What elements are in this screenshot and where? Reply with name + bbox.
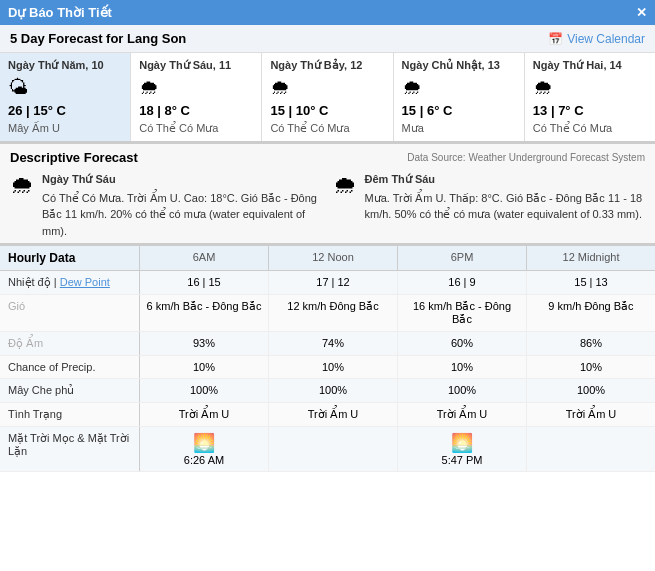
dew-point-link[interactable]: Dew Point — [60, 276, 110, 288]
day-icon: 🌧 — [139, 76, 253, 99]
sunrise-cell-1 — [269, 427, 398, 471]
day-header: Ngày Thứ Sáu, 11 — [139, 59, 253, 72]
night-weather-icon: 🌧 — [333, 171, 357, 199]
day-icon: 🌧 — [270, 76, 384, 99]
day-header: Ngày Thứ Năm, 10 — [8, 59, 122, 72]
day-icon: 🌧 — [533, 76, 647, 99]
hourly-cell-1-3: 9 km/h Đông Bắc — [527, 295, 655, 331]
forecast-header: 5 Day Forecast for Lang Son 📅 View Calen… — [0, 25, 655, 53]
hourly-cell-5-2: Trời Ẩm U — [398, 403, 527, 426]
forecast-title: 5 Day Forecast for Lang Son — [10, 31, 186, 46]
sunset-icon: 🌅 — [451, 432, 473, 454]
day-header: Ngày Thứ Bảy, 12 — [270, 59, 384, 72]
day-desc: Mưa — [402, 122, 516, 135]
hourly-cell-0-3: 15 | 13 — [527, 271, 655, 294]
day-icon: 🌧 — [402, 76, 516, 99]
forecast-day-0: Ngày Thứ Năm, 10 🌤 26 | 15° C Mây Ấm U — [0, 53, 131, 141]
forecast-day-2: Ngày Thứ Bảy, 12 🌧 15 | 10° C Có Thể Có … — [262, 53, 393, 141]
day-desc: Có Thể Có Mưa — [270, 122, 384, 135]
hourly-label: Mây Che phủ — [8, 384, 74, 396]
hourly-header-row: Hourly Data 6AM 12 Noon 6PM 12 Midnight — [0, 246, 655, 271]
close-button[interactable]: ✕ — [636, 5, 647, 20]
hourly-cell-0-0: 16 | 15 — [140, 271, 269, 294]
hourly-cell-4-2: 100% — [398, 379, 527, 402]
hourly-row-3: Chance of Precip.10%10%10%10% — [0, 356, 655, 379]
hourly-label: Nhiệt độ | — [8, 276, 60, 288]
hourly-label: Gió — [8, 300, 25, 312]
day-temp: 26 | 15° C — [8, 103, 122, 118]
hourly-row-1: Gió6 km/h Bắc - Đông Bắc12 km/h Đông Bắc… — [0, 295, 655, 332]
hourly-label: Độ Ẩm — [8, 337, 43, 349]
hourly-row-5: Tình TrạngTrời Ẩm UTrời Ẩm UTrời Ẩm UTrờ… — [0, 403, 655, 427]
sunrise-cell-0: 🌅6:26 AM — [140, 427, 269, 471]
day-panel-label: Ngày Thứ Sáu — [42, 171, 323, 188]
day-desc: Có Thể Có Mưa — [533, 122, 647, 135]
sunrise-cell-2: 🌅5:47 PM — [398, 427, 527, 471]
forecast-day-1: Ngày Thứ Sáu, 11 🌧 18 | 8° C Có Thể Có M… — [131, 53, 262, 141]
sunrise-time: 6:26 AM — [184, 454, 224, 466]
hourly-time-noon: 12 Noon — [269, 246, 398, 270]
hourly-cell-3-0: 10% — [140, 356, 269, 378]
day-desc: Có Thể Có Mưa — [139, 122, 253, 135]
hourly-label: Mặt Trời Mọc & Mặt Trời Lặn — [8, 432, 129, 457]
hourly-cell-1-2: 16 km/h Bắc - Đông Bắc — [398, 295, 527, 331]
night-panel-text: Mưa. Trời Ẩm U. Thấp: 8°C. Gió Bắc - Đôn… — [365, 190, 646, 223]
day-temp: 15 | 6° C — [402, 103, 516, 118]
descriptive-title: Descriptive Forecast — [10, 150, 138, 165]
hourly-header-label: Hourly Data — [0, 246, 140, 270]
day-panel: 🌧 Ngày Thứ Sáu Có Thể Có Mưa. Trời Ẩm U.… — [10, 171, 323, 239]
day-header: Ngày Thứ Hai, 14 — [533, 59, 647, 72]
hourly-cell-3-1: 10% — [269, 356, 398, 378]
forecast-day-4: Ngày Thứ Hai, 14 🌧 13 | 7° C Có Thể Có M… — [525, 53, 655, 141]
descriptive-section: Descriptive Forecast Data Source: Weathe… — [0, 142, 655, 244]
day-icon: 🌤 — [8, 76, 122, 99]
hourly-cell-2-1: 74% — [269, 332, 398, 355]
hourly-row-2: Độ Ẩm93%74%60%86% — [0, 332, 655, 356]
hourly-time-6am: 6AM — [140, 246, 269, 270]
hourly-cell-2-3: 86% — [527, 332, 655, 355]
desc-panels: 🌧 Ngày Thứ Sáu Có Thể Có Mưa. Trời Ẩm U.… — [10, 171, 645, 239]
hourly-cell-3-3: 10% — [527, 356, 655, 378]
hourly-label: Chance of Precip. — [8, 361, 95, 373]
day-desc: Mây Ấm U — [8, 122, 122, 135]
hourly-cell-1-0: 6 km/h Bắc - Đông Bắc — [140, 295, 269, 331]
hourly-cell-3-2: 10% — [398, 356, 527, 378]
hourly-cell-2-2: 60% — [398, 332, 527, 355]
night-panel: 🌧 Đêm Thứ Sáu Mưa. Trời Ẩm U. Thấp: 8°C.… — [333, 171, 646, 239]
sunset-time: 5:47 PM — [442, 454, 483, 466]
night-panel-label: Đêm Thứ Sáu — [365, 171, 646, 188]
hourly-row-0: Nhiệt độ | Dew Point16 | 1517 | 1216 | 9… — [0, 271, 655, 295]
view-calendar-button[interactable]: 📅 View Calendar — [548, 32, 645, 46]
forecast-days-container: Ngày Thứ Năm, 10 🌤 26 | 15° C Mây Ấm U N… — [0, 53, 655, 142]
hourly-cell-1-1: 12 km/h Đông Bắc — [269, 295, 398, 331]
hourly-section: Hourly Data 6AM 12 Noon 6PM 12 Midnight … — [0, 244, 655, 472]
hourly-time-midnight: 12 Midnight — [527, 246, 655, 270]
hourly-cell-4-0: 100% — [140, 379, 269, 402]
day-panel-text: Có Thể Có Mưa. Trời Ẩm U. Cao: 18°C. Gió… — [42, 190, 323, 240]
day-weather-icon: 🌧 — [10, 171, 34, 199]
hourly-row-4: Mây Che phủ100%100%100%100% — [0, 379, 655, 403]
day-temp: 18 | 8° C — [139, 103, 253, 118]
hourly-cell-0-1: 17 | 12 — [269, 271, 398, 294]
hourly-cell-2-0: 93% — [140, 332, 269, 355]
sunrise-cell-3 — [527, 427, 655, 471]
day-temp: 15 | 10° C — [270, 103, 384, 118]
hourly-label: Tình Trạng — [8, 408, 62, 420]
forecast-day-3: Ngày Chủ Nhật, 13 🌧 15 | 6° C Mưa — [394, 53, 525, 141]
title-bar: Dự Báo Thời Tiết ✕ — [0, 0, 655, 25]
day-temp: 13 | 7° C — [533, 103, 647, 118]
hourly-cell-0-2: 16 | 9 — [398, 271, 527, 294]
hourly-row-6: Mặt Trời Mọc & Mặt Trời Lặn🌅6:26 AM🌅5:47… — [0, 427, 655, 472]
app-title: Dự Báo Thời Tiết — [8, 5, 112, 20]
hourly-cell-5-0: Trời Ẩm U — [140, 403, 269, 426]
hourly-cell-4-3: 100% — [527, 379, 655, 402]
hourly-cell-5-3: Trời Ẩm U — [527, 403, 655, 426]
hourly-cell-5-1: Trời Ẩm U — [269, 403, 398, 426]
hourly-cell-4-1: 100% — [269, 379, 398, 402]
hourly-time-6pm: 6PM — [398, 246, 527, 270]
sunrise-icon: 🌅 — [193, 432, 215, 454]
data-source: Data Source: Weather Underground Forecas… — [407, 152, 645, 163]
day-header: Ngày Chủ Nhật, 13 — [402, 59, 516, 72]
calendar-icon: 📅 — [548, 32, 563, 46]
